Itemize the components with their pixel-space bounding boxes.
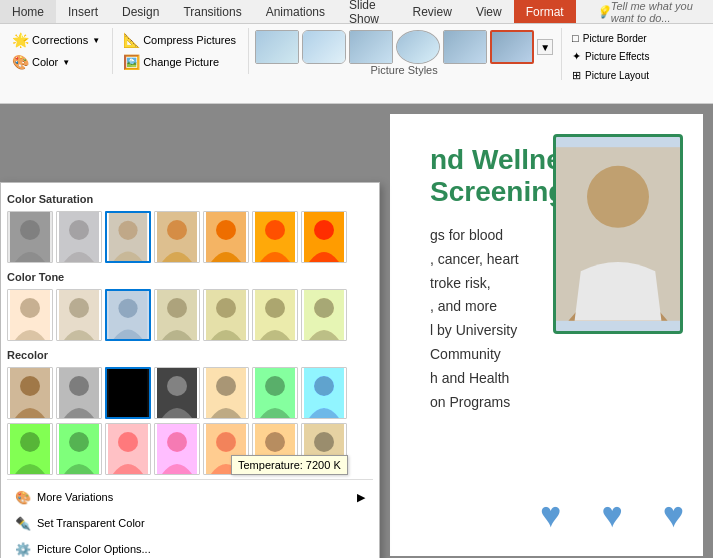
svg-point-57: [587, 166, 649, 228]
saturation-thumb-5[interactable]: [203, 211, 249, 263]
picture-border-button[interactable]: □ Picture Border: [568, 30, 653, 46]
svg-point-39: [265, 376, 285, 396]
slide-content: nd Wellness Screenings gs for blood , ca…: [390, 114, 703, 556]
corrections-dropdown-icon: ▼: [92, 36, 100, 45]
svg-point-1: [20, 220, 40, 240]
tab-animations[interactable]: Animations: [254, 0, 337, 23]
svg-point-27: [314, 298, 334, 318]
svg-point-49: [167, 432, 187, 452]
recolor-thumb-cyan[interactable]: [301, 367, 347, 419]
tab-transitions[interactable]: Transitions: [171, 0, 253, 23]
adjust-group2: 📐 Compress Pictures 🖼️ Change Picture: [117, 28, 249, 74]
heart-icon-1: ♥: [540, 494, 561, 536]
svg-point-3: [69, 220, 89, 240]
styles-scroll-down[interactable]: ▼: [537, 39, 553, 55]
recolor-thumb-normal[interactable]: [7, 367, 53, 419]
svg-point-55: [314, 432, 334, 452]
svg-point-25: [265, 298, 285, 318]
tone-thumb-2[interactable]: [56, 289, 102, 341]
tone-thumb-5[interactable]: [203, 289, 249, 341]
svg-point-7: [167, 220, 187, 240]
recolor-thumb-lime[interactable]: [7, 423, 53, 475]
style-thumb-4[interactable]: [396, 30, 440, 64]
saturation-thumb-7[interactable]: [301, 211, 347, 263]
style-thumb-5[interactable]: [443, 30, 487, 64]
tab-review[interactable]: Review: [401, 0, 464, 23]
saturation-thumb-4[interactable]: [154, 211, 200, 263]
style-thumb-2[interactable]: [302, 30, 346, 64]
compress-pictures-button[interactable]: 📐 Compress Pictures: [119, 30, 240, 50]
change-picture-button[interactable]: 🖼️ Change Picture: [119, 52, 240, 72]
svg-point-47: [118, 432, 138, 452]
tone-thumb-1[interactable]: [7, 289, 53, 341]
saturation-thumb-6[interactable]: [252, 211, 298, 263]
picture-options-group: □ Picture Border ✦ Picture Effects ⊞ Pic…: [566, 28, 661, 86]
recolor-thumb-sepia[interactable]: [203, 367, 249, 419]
svg-point-9: [216, 220, 236, 240]
recolor-thumb-selected[interactable]: [105, 367, 151, 419]
picture-styles-group: ▼ Picture Styles: [253, 28, 562, 80]
picture-border-icon: □: [572, 32, 579, 44]
picture-color-options-icon: ⚙️: [15, 541, 31, 557]
picture-styles-area: ▼ Picture Styles: [255, 30, 553, 78]
color-dropdown-icon: ▼: [62, 58, 70, 67]
tab-view[interactable]: View: [464, 0, 514, 23]
tone-thumb-6[interactable]: [252, 289, 298, 341]
ribbon-tabs: Home Insert Design Transitions Animation…: [0, 0, 713, 24]
change-picture-icon: 🖼️: [123, 54, 139, 70]
recolor-title: Recolor: [7, 347, 373, 363]
adjust-group: 🌟 Corrections ▼ 🎨 Color ▼: [6, 28, 113, 74]
color-tone-grid: [7, 289, 373, 341]
corrections-button[interactable]: 🌟 Corrections ▼: [8, 30, 104, 50]
recolor-thumb-grayscale[interactable]: [56, 367, 102, 419]
saturation-thumb-3[interactable]: [105, 211, 151, 263]
saturation-thumb-2[interactable]: [56, 211, 102, 263]
recolor-thumb-dark[interactable]: [154, 367, 200, 419]
svg-point-31: [69, 376, 89, 396]
color-button[interactable]: 🎨 Color ▼: [8, 52, 104, 72]
slide-bullets: gs for blood , cancer, heart troke risk,…: [430, 224, 519, 414]
style-thumb-3[interactable]: [349, 30, 393, 64]
svg-point-41: [314, 376, 334, 396]
svg-point-53: [265, 432, 285, 452]
svg-point-13: [314, 220, 334, 240]
recolor-thumb-pink[interactable]: [154, 423, 200, 475]
temperature-tooltip: Temperature: 7200 K: [231, 455, 348, 475]
tab-format[interactable]: Format: [514, 0, 576, 23]
tell-me-box[interactable]: 💡 Tell me what you want to do...: [584, 0, 713, 23]
recolor-thumb-green[interactable]: [252, 367, 298, 419]
corrections-icon: 🌟: [12, 32, 28, 48]
style-thumb-1[interactable]: [255, 30, 299, 64]
more-variations-item[interactable]: 🎨 More Variations ▶: [7, 484, 373, 510]
tab-slideshow[interactable]: Slide Show: [337, 0, 401, 23]
style-thumb-6[interactable]: [490, 30, 534, 64]
svg-point-19: [118, 299, 137, 318]
recolor-thumb-red[interactable]: [105, 423, 151, 475]
picture-layout-button[interactable]: ⊞ Picture Layout: [568, 67, 653, 84]
tone-thumb-3[interactable]: [105, 289, 151, 341]
tab-design[interactable]: Design: [110, 0, 171, 23]
saturation-thumb-1[interactable]: [7, 211, 53, 263]
svg-point-11: [265, 220, 285, 240]
recolor-grid-row1: [7, 367, 373, 419]
svg-point-45: [69, 432, 89, 452]
picture-effects-button[interactable]: ✦ Picture Effects: [568, 48, 653, 65]
set-transparent-item[interactable]: ✒️ Set Transparent Color: [7, 510, 373, 536]
heart-icon-2: ♥: [601, 494, 622, 536]
svg-point-33: [118, 377, 137, 396]
heart-icon-3: ♥: [663, 494, 684, 536]
tab-insert[interactable]: Insert: [56, 0, 110, 23]
more-variations-icon: 🎨: [15, 489, 31, 505]
lightbulb-icon: 💡: [596, 5, 611, 19]
picture-color-options-item[interactable]: ⚙️ Picture Color Options...: [7, 536, 373, 558]
color-tone-title: Color Tone: [7, 269, 373, 285]
svg-point-51: [216, 432, 236, 452]
svg-point-37: [216, 376, 236, 396]
recolor-thumb-yellow-green[interactable]: [56, 423, 102, 475]
svg-point-23: [216, 298, 236, 318]
tone-thumb-4[interactable]: [154, 289, 200, 341]
svg-point-35: [167, 376, 187, 396]
slide-area: Color Saturation: [0, 104, 713, 558]
tone-thumb-7[interactable]: [301, 289, 347, 341]
tab-home[interactable]: Home: [0, 0, 56, 23]
